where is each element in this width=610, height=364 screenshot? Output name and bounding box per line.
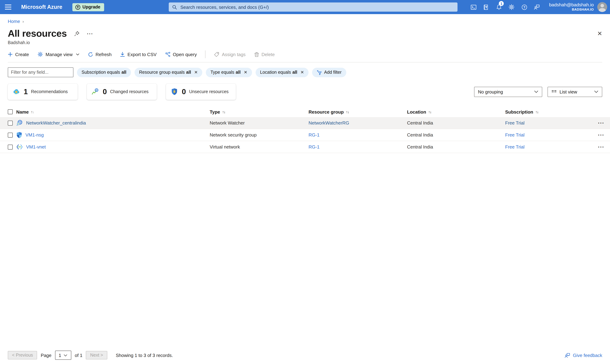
resource-link[interactable]: VM1-vnet <box>26 144 46 150</box>
page-select[interactable]: 1 <box>55 351 71 360</box>
next-page-button[interactable]: Next > <box>86 351 107 359</box>
funnel-plus-icon <box>317 70 322 75</box>
grouping-dropdown[interactable]: No grouping <box>474 87 542 97</box>
sort-icons: ↑↓ <box>222 110 225 114</box>
row-checkbox[interactable] <box>8 144 13 149</box>
filter-pill-resource-group[interactable]: Resource group equalsall ✕ <box>135 67 202 77</box>
filter-pill-subscription[interactable]: Subscription equalsall <box>77 67 131 77</box>
filter-input[interactable] <box>8 67 73 77</box>
directory-filter-icon[interactable] <box>480 0 493 14</box>
subscription-link[interactable]: Free Trial <box>505 120 525 126</box>
pagination-bar: < Previous Page 1 of 1 Next > Showing 1 … <box>8 351 602 360</box>
account-email: badshah@badshah.io <box>549 2 594 8</box>
pin-icon[interactable] <box>74 31 80 37</box>
top-bar: Microsoft Azure Upgrade 1 ? <box>0 0 610 14</box>
chevron-down-icon <box>76 53 79 55</box>
resource-link[interactable]: VM1-nsg <box>26 132 44 138</box>
command-bar: Create Manage view Refresh Export to CSV… <box>8 51 602 63</box>
download-icon <box>120 52 125 57</box>
shield-lock-icon <box>170 88 179 96</box>
table-row[interactable]: VM1-nsg Network security group RG-1 Cent… <box>0 129 610 141</box>
svg-text:?: ? <box>523 5 526 9</box>
delete-button[interactable]: Delete <box>254 52 275 57</box>
tag-icon <box>214 52 219 57</box>
upgrade-arrow-icon <box>75 4 80 10</box>
cell-type: Network security group <box>210 132 309 138</box>
table-header: Name ↑↓ Type ↑↓ Resource group ↑↓ Locati… <box>0 106 610 117</box>
give-feedback-link[interactable]: Give feedback <box>564 352 602 358</box>
filter-pill-type[interactable]: Type equalsall ✕ <box>206 67 252 77</box>
row-checkbox[interactable] <box>8 120 13 125</box>
remove-filter-icon[interactable]: ✕ <box>244 70 247 75</box>
breadcrumb-home-link[interactable]: Home <box>8 19 20 24</box>
notification-badge: 1 <box>499 1 504 6</box>
subscription-link[interactable]: Free Trial <box>505 144 525 150</box>
unsecure-resources-card[interactable]: 0 Unsecure resources <box>166 84 236 100</box>
filter-pill-location[interactable]: Location equalsall ✕ <box>255 67 309 77</box>
resource-group-link[interactable]: NetworkWatcherRG <box>309 120 349 126</box>
export-csv-button[interactable]: Export to CSV <box>120 52 157 57</box>
vnet-icon <box>16 144 23 150</box>
view-dropdown[interactable]: List view <box>547 87 602 97</box>
azure-logo[interactable]: Microsoft Azure <box>21 4 62 10</box>
breadcrumb: Home › <box>8 19 610 24</box>
settings-gear-icon[interactable] <box>505 0 518 14</box>
subscription-link[interactable]: Free Trial <box>505 132 525 138</box>
avatar[interactable] <box>597 2 607 12</box>
advisor-icon <box>12 88 20 96</box>
column-header-type[interactable]: Type ↑↓ <box>210 109 309 115</box>
records-summary: Showing 1 to 3 of 3 records. <box>116 352 173 358</box>
previous-page-button[interactable]: < Previous <box>8 351 37 359</box>
account-info[interactable]: badshah@badshah.io BADSHAH.IO <box>549 2 594 12</box>
row-menu-icon[interactable]: ··· <box>598 132 604 138</box>
chevron-down-icon <box>534 90 538 93</box>
search-input[interactable] <box>180 4 454 10</box>
add-filter-button[interactable]: Add filter <box>312 67 346 77</box>
create-button[interactable]: Create <box>8 52 29 57</box>
chevron-down-icon <box>64 354 68 356</box>
cell-location: Central India <box>407 132 505 138</box>
table-row[interactable]: NetworkWatcher_centralindia Network Watc… <box>0 117 610 129</box>
nsg-shield-icon <box>16 131 22 138</box>
column-header-location[interactable]: Location ↑↓ <box>407 109 505 115</box>
manage-view-button[interactable]: Manage view <box>37 52 79 57</box>
row-menu-icon[interactable]: ··· <box>598 120 604 126</box>
changed-resources-card[interactable]: 0 Changed resources <box>87 84 157 100</box>
recommendations-card[interactable]: 1 Recommendations <box>8 84 78 100</box>
chevron-down-icon <box>594 90 598 93</box>
column-header-resource-group[interactable]: Resource group ↑↓ <box>309 109 407 115</box>
resource-group-link[interactable]: RG-1 <box>309 144 319 150</box>
column-header-name[interactable]: Name ↑↓ <box>16 109 210 115</box>
list-view-icon <box>551 90 557 94</box>
account-tenant: BADSHAH.IO <box>549 8 594 12</box>
feedback-icon[interactable] <box>531 0 543 14</box>
resource-group-link[interactable]: RG-1 <box>309 132 319 138</box>
page-of-label: of 1 <box>75 352 82 358</box>
remove-filter-icon[interactable]: ✕ <box>300 70 304 75</box>
feedback-person-icon <box>564 352 570 358</box>
select-all-checkbox[interactable] <box>8 109 13 114</box>
column-header-subscription[interactable]: Subscription ↑↓ <box>505 109 610 115</box>
upgrade-button[interactable]: Upgrade <box>72 3 104 11</box>
sort-icons: ↑↓ <box>428 110 431 114</box>
table-row[interactable]: VM1-vnet Virtual network RG-1 Central In… <box>0 141 610 153</box>
remove-filter-icon[interactable]: ✕ <box>194 70 198 75</box>
global-search[interactable] <box>169 2 458 12</box>
open-query-button[interactable]: Open query <box>165 52 197 57</box>
row-menu-icon[interactable]: ··· <box>598 144 604 150</box>
plus-icon <box>8 52 13 57</box>
resource-link[interactable]: NetworkWatcher_centralindia <box>26 120 86 126</box>
title-more-icon[interactable]: ··· <box>87 31 93 37</box>
close-icon[interactable]: ✕ <box>597 30 602 37</box>
menu-icon[interactable] <box>0 0 16 14</box>
cloud-shell-icon[interactable] <box>467 0 480 14</box>
toolbar-divider <box>205 51 206 58</box>
page-label: Page <box>41 352 52 358</box>
help-icon[interactable]: ? <box>518 0 531 14</box>
assign-tags-button[interactable]: Assign tags <box>214 52 245 57</box>
page-title: All resources <box>8 28 67 39</box>
notifications-icon[interactable]: 1 <box>493 0 505 14</box>
cell-location: Central India <box>407 144 505 150</box>
refresh-button[interactable]: Refresh <box>88 52 111 57</box>
row-checkbox[interactable] <box>8 132 13 137</box>
